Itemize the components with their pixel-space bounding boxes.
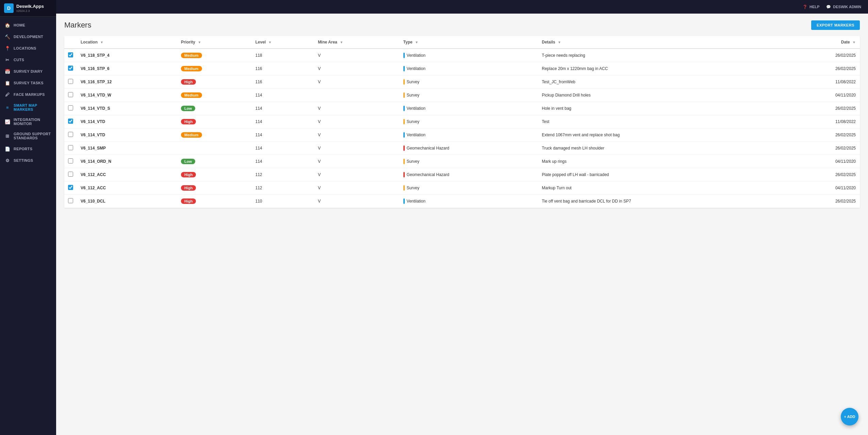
sidebar-item-integration-monitor[interactable]: 📈 INTEGRATION MONITOR (0, 115, 56, 129)
type-color-dot (403, 53, 405, 58)
row-mine-area: V (314, 49, 399, 62)
content-area: Markers EXPORT MARKERS Location ▼ Priori… (56, 14, 868, 435)
type-indicator: Survey (403, 159, 534, 164)
sidebar-item-development[interactable]: 🔨 DEVELOPMENT (0, 31, 56, 42)
row-type: Ventilation (399, 62, 538, 75)
row-checkbox-cell[interactable] (64, 181, 77, 195)
th-location[interactable]: Location ▼ (77, 36, 177, 49)
row-checkbox-cell[interactable] (64, 128, 77, 142)
row-date: 04/11/2020 (787, 155, 860, 168)
th-level[interactable]: Level ▼ (251, 36, 314, 49)
row-checkbox[interactable] (68, 198, 73, 203)
row-date: 26/02/2025 (787, 62, 860, 75)
add-fab-button[interactable]: + ADD (841, 408, 858, 425)
row-checkbox[interactable] (68, 132, 73, 137)
row-date: 11/08/2022 (787, 75, 860, 89)
row-checkbox-cell[interactable] (64, 195, 77, 208)
th-priority[interactable]: Priority ▼ (177, 36, 251, 49)
type-indicator: Survey (403, 92, 534, 98)
row-checkbox-cell[interactable] (64, 49, 77, 62)
markers-table-container: Location ▼ Priority ▼ Level ▼ Mine Area … (64, 36, 860, 208)
row-checkbox-cell[interactable] (64, 142, 77, 155)
row-type: Survey (399, 115, 538, 128)
sidebar-item-survey-tasks[interactable]: 📋 SURVEY TASKS (0, 77, 56, 89)
row-priority: High (177, 195, 251, 208)
export-markers-button[interactable]: EXPORT MARKERS (811, 20, 860, 30)
user-menu[interactable]: 💬 DESWIK ADMIN (826, 5, 861, 9)
sidebar-item-label-face-markups: FACE MARKUPS (14, 92, 45, 97)
row-checkbox-cell[interactable] (64, 168, 77, 181)
type-label: Ventilation (407, 106, 425, 111)
row-checkbox-cell[interactable] (64, 62, 77, 75)
row-checkbox-cell[interactable] (64, 89, 77, 102)
type-label: Survey (407, 186, 419, 190)
row-checkbox-cell[interactable] (64, 75, 77, 89)
app-logo: D (4, 3, 14, 13)
sidebar-item-smart-map-markers[interactable]: ≡ SMART MAP MARKERS (0, 100, 56, 115)
row-priority: Low (177, 155, 251, 168)
row-details: Pickup Diamond Drill holes (538, 89, 787, 102)
sidebar-item-cuts[interactable]: ✂ CUTS (0, 54, 56, 66)
type-label: Ventilation (407, 66, 425, 71)
row-priority: Medium (177, 62, 251, 75)
details-sort-icon: ▼ (558, 40, 561, 44)
row-level: 116 (251, 62, 314, 75)
help-button[interactable]: ❓ HELP (803, 5, 819, 9)
row-level: 114 (251, 102, 314, 115)
row-details: T-piece needs replacing (538, 49, 787, 62)
table-row: V6_112_ACC High 112 V Survey Markup Turn… (64, 181, 860, 195)
row-checkbox[interactable] (68, 105, 73, 110)
mine-area-sort-icon: ▼ (340, 40, 343, 44)
sidebar-item-label-cuts: CUTS (14, 58, 24, 62)
priority-badge: High (181, 198, 196, 204)
row-date: 26/02/2025 (787, 128, 860, 142)
reports-icon: 📄 (5, 146, 10, 152)
sidebar: D Deswik.Apps v2024.2.3 🏠 HOME 🔨 DEVELOP… (0, 0, 56, 435)
row-type: Survey (399, 181, 538, 195)
row-checkbox[interactable] (68, 145, 73, 150)
row-location: V6_114_VTD_W (77, 89, 177, 102)
row-checkbox[interactable] (68, 119, 73, 124)
row-mine-area: V (314, 62, 399, 75)
sidebar-item-home[interactable]: 🏠 HOME (0, 19, 56, 31)
row-checkbox-cell[interactable] (64, 102, 77, 115)
priority-badge: High (181, 172, 196, 177)
row-location: V6_118_STP_4 (77, 49, 177, 62)
sidebar-item-reports[interactable]: 📄 REPORTS (0, 143, 56, 155)
sidebar-item-label-integration-monitor: INTEGRATION MONITOR (14, 118, 51, 126)
row-mine-area: V (314, 75, 399, 89)
row-details: Test_JC_fromWeb (538, 75, 787, 89)
row-checkbox[interactable] (68, 66, 73, 71)
row-location: V6_114_ORD_N (77, 155, 177, 168)
type-label: Ventilation (407, 133, 425, 137)
row-details: Test (538, 115, 787, 128)
type-color-dot (403, 66, 405, 71)
th-type[interactable]: Type ▼ (399, 36, 538, 49)
row-checkbox[interactable] (68, 52, 73, 57)
row-location: V6_110_DCL (77, 195, 177, 208)
row-type: Ventilation (399, 128, 538, 142)
sidebar-item-locations[interactable]: 📍 LOCATIONS (0, 42, 56, 54)
row-checkbox[interactable] (68, 172, 73, 177)
row-checkbox[interactable] (68, 92, 73, 97)
th-date[interactable]: Date ▼ (787, 36, 860, 49)
sidebar-item-settings[interactable]: ⚙ SETTINGS (0, 155, 56, 166)
th-details[interactable]: Details ▼ (538, 36, 787, 49)
sidebar-item-ground-support[interactable]: ⊞ GROUND SUPPORT STANDARDS (0, 129, 56, 143)
th-mine-area[interactable]: Mine Area ▼ (314, 36, 399, 49)
sidebar-item-label-survey-tasks: SURVEY TASKS (14, 81, 44, 85)
row-checkbox[interactable] (68, 79, 73, 84)
integration-monitor-icon: 📈 (5, 119, 10, 124)
sidebar-item-survey-diary[interactable]: 📅 SURVEY DIARY (0, 66, 56, 77)
type-label: Geomechanical Hazard (407, 146, 449, 151)
row-mine-area: V (314, 181, 399, 195)
row-checkbox[interactable] (68, 185, 73, 190)
table-row: V6_116_STP_6 Medium 116 V Ventilation Re… (64, 62, 860, 75)
row-level: 114 (251, 142, 314, 155)
row-checkbox-cell[interactable] (64, 155, 77, 168)
row-checkbox-cell[interactable] (64, 115, 77, 128)
row-type: Survey (399, 155, 538, 168)
row-checkbox[interactable] (68, 158, 73, 163)
priority-badge: High (181, 79, 196, 85)
sidebar-item-face-markups[interactable]: 🖊 FACE MARKUPS (0, 89, 56, 100)
